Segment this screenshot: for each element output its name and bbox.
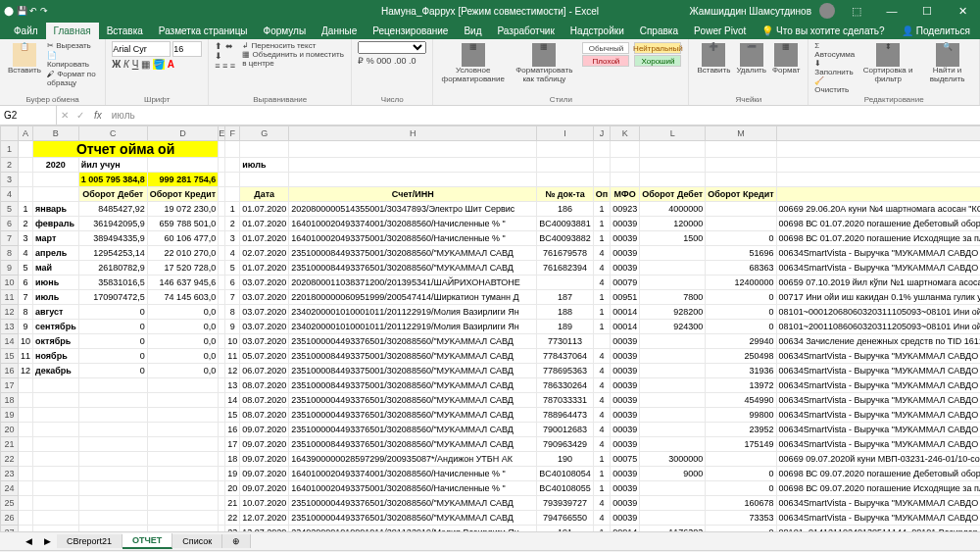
row-header[interactable]: 19	[1, 408, 19, 423]
cell[interactable]	[147, 467, 218, 481]
sort-filter-button[interactable]: ⬍Сортировка и фильтр	[858, 41, 918, 94]
row-header[interactable]: 17	[1, 378, 19, 393]
cell[interactable]: 09.07.2020	[240, 467, 289, 481]
cell[interactable]	[19, 158, 33, 173]
minimize-button[interactable]: —	[878, 5, 906, 17]
decrease-decimal-button[interactable]: .0	[409, 56, 416, 66]
cell[interactable]: 1	[593, 467, 610, 481]
cell[interactable]	[147, 393, 218, 408]
cell[interactable]: 389494335,9	[78, 231, 147, 246]
percent-button[interactable]: %	[367, 56, 374, 66]
cell[interactable]: 4	[593, 246, 610, 261]
cell[interactable]: 00698 ВС 09.07.2020 погашение Исходящие …	[776, 481, 980, 496]
new-sheet-button[interactable]: ⊕	[222, 534, 251, 548]
cell[interactable]	[33, 437, 79, 452]
row-header[interactable]: 8	[1, 246, 19, 261]
cell[interactable]: 74 145 603,0	[147, 290, 218, 305]
cell[interactable]: Оп	[593, 187, 610, 202]
cell[interactable]: 175149	[706, 437, 776, 452]
cell[interactable]: 06.07.2020	[240, 364, 289, 378]
cell[interactable]: 2351000084493376501/302088560/"МУКАММАЛ …	[289, 261, 537, 276]
row-header[interactable]: 6	[1, 217, 19, 231]
cell[interactable]	[33, 408, 79, 423]
col-header[interactable]: K	[611, 126, 640, 141]
clear-button[interactable]: 🧹 Очистить	[814, 76, 855, 94]
cell[interactable]	[240, 141, 289, 158]
paste-button[interactable]: 📋Вставить	[6, 41, 43, 87]
col-header[interactable]: J	[593, 126, 610, 141]
cell[interactable]	[225, 173, 240, 187]
cell[interactable]: 00075	[611, 452, 640, 467]
cell[interactable]: 1643900000028597299/200935087*/Андижон У…	[289, 452, 537, 467]
cell[interactable]: 170907472,5	[78, 290, 147, 305]
cell[interactable]	[19, 378, 33, 393]
cell[interactable]	[219, 511, 225, 526]
cell[interactable]: 0	[78, 334, 147, 349]
cell[interactable]	[640, 393, 706, 408]
cell[interactable]: 22	[225, 511, 240, 526]
cell[interactable]: 2351000004493376501/302088560/"МУКАММАЛ …	[289, 423, 537, 437]
cell[interactable]: октябрь	[33, 334, 79, 349]
row-header[interactable]: 20	[1, 423, 19, 437]
cell[interactable]: 787033331	[537, 393, 594, 408]
row-header[interactable]: 23	[1, 467, 19, 481]
home-tab[interactable]: Главная	[46, 23, 99, 39]
user-avatar-icon[interactable]	[819, 3, 835, 19]
sheet-nav-next[interactable]: ▶	[38, 536, 57, 546]
format-as-table-button[interactable]: ▦Форматировать как таблицу	[510, 41, 578, 86]
fill-button[interactable]: ⬇ Заполнить	[814, 59, 855, 76]
cell[interactable]: 9	[19, 320, 33, 334]
cell[interactable]: 11	[19, 349, 33, 364]
col-header[interactable]: G	[240, 126, 289, 141]
cell[interactable]: 1 005 795 384,8	[78, 173, 147, 187]
cell[interactable]: 1640100020493374001/302088560/Начисленны…	[289, 217, 537, 231]
font-color-button[interactable]: A	[168, 59, 174, 70]
cell[interactable]: 00717 Ини ойи иш какидан 0.1% ушланма гу…	[776, 290, 980, 305]
cell[interactable]: май	[33, 261, 79, 276]
cell[interactable]	[640, 511, 706, 526]
cell[interactable]: 00634SmartVista - Выручка "МУКАММАЛ САВД…	[776, 246, 980, 261]
cell[interactable]	[147, 526, 218, 532]
cell[interactable]: 3	[19, 231, 33, 246]
cell[interactable]	[219, 364, 225, 378]
cell[interactable]: 03.07.2020	[240, 320, 289, 334]
cancel-icon[interactable]: ✕	[57, 110, 73, 121]
cell[interactable]: 1	[225, 202, 240, 217]
cell[interactable]: МФО	[611, 187, 640, 202]
cell[interactable]: 00634SmartVista - Выручка "МУКАММАЛ САВД…	[776, 378, 980, 393]
cell[interactable]: 01.07.2020	[240, 261, 289, 276]
cell[interactable]: BC40093882	[537, 231, 594, 246]
cell[interactable]: 23	[225, 526, 240, 532]
cell[interactable]: 788964473	[537, 408, 594, 423]
cell[interactable]	[219, 158, 225, 173]
cell[interactable]	[19, 526, 33, 532]
cell[interactable]: BC40108054	[537, 467, 594, 481]
name-box[interactable]: G2	[0, 106, 57, 125]
col-header[interactable]: D	[147, 126, 218, 141]
cell[interactable]: 8485427,92	[78, 202, 147, 217]
cell[interactable]	[33, 511, 79, 526]
cell[interactable]	[33, 452, 79, 467]
cell[interactable]: 08.07.2020	[240, 393, 289, 408]
cell[interactable]	[593, 158, 610, 173]
cell[interactable]	[706, 173, 776, 187]
cell[interactable]: 1	[19, 202, 33, 217]
cell[interactable]: 00634SmartVista - Выручка "МУКАММАЛ САВД…	[776, 423, 980, 437]
cell[interactable]: 00039	[611, 423, 640, 437]
cell[interactable]: 26180782,9	[78, 261, 147, 276]
cell[interactable]	[147, 378, 218, 393]
cell[interactable]: 2351000084493376501/302088560/"МУКАММАЛ …	[289, 437, 537, 452]
cell[interactable]	[19, 481, 33, 496]
cell[interactable]: 00634 Зачисление денежных средств по TID…	[776, 334, 980, 349]
cell[interactable]: 0	[706, 290, 776, 305]
cell[interactable]: 0,0	[147, 305, 218, 320]
insert-tab[interactable]: Вставка	[99, 23, 151, 39]
cell[interactable]: 7	[19, 290, 33, 305]
cell[interactable]: 10.07.2020	[240, 496, 289, 511]
cell[interactable]: 4	[593, 408, 610, 423]
cell[interactable]: 23952	[706, 423, 776, 437]
cell[interactable]: 1500	[640, 231, 706, 246]
cell[interactable]: 189	[537, 320, 594, 334]
cell[interactable]: июль	[240, 158, 289, 173]
cell[interactable]: 2351000084493375001/302088560/"МУКАММАЛ …	[289, 246, 537, 261]
